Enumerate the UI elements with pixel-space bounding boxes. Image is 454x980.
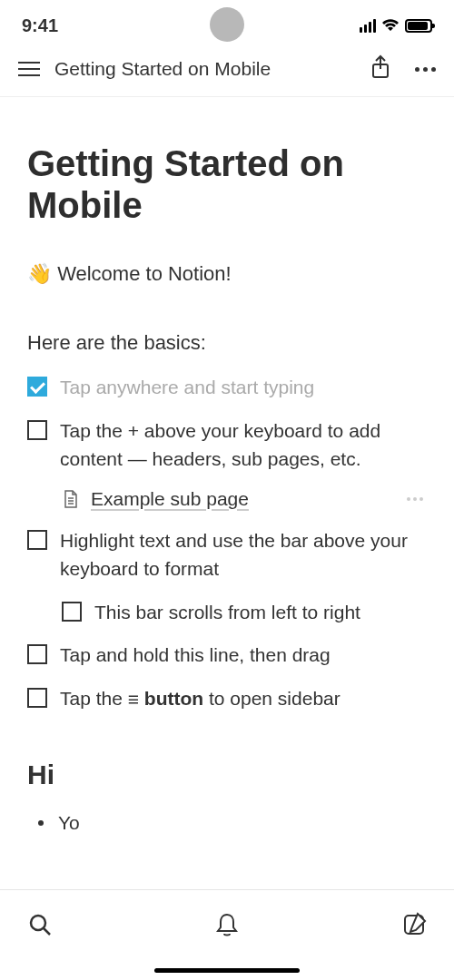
home-indicator[interactable] — [154, 968, 300, 973]
todo-item-1[interactable]: Tap anywhere and start typing — [27, 373, 427, 402]
checkbox-checked[interactable] — [27, 377, 47, 397]
cellular-signal-icon — [360, 19, 376, 33]
wave-emoji: 👋 — [27, 262, 52, 285]
top-nav: Getting Started on Mobile — [0, 45, 454, 97]
recording-indicator — [210, 7, 244, 42]
search-button[interactable] — [27, 912, 53, 941]
checkbox[interactable] — [27, 688, 47, 708]
page-icon — [62, 489, 80, 509]
heading-hi[interactable]: Hi — [27, 760, 427, 790]
menu-button[interactable] — [18, 62, 40, 76]
subpage-more-button[interactable] — [407, 497, 427, 501]
page-content: Getting Started on Mobile 👋 Welcome to N… — [0, 97, 454, 852]
welcome-line[interactable]: 👋 Welcome to Notion! — [27, 262, 427, 286]
todo-text: Tap the + above your keyboard to add con… — [60, 416, 427, 474]
bullet-item[interactable]: Yo — [27, 812, 427, 834]
subpage-link[interactable]: Example sub page — [91, 488, 396, 510]
more-options-button[interactable] — [406, 67, 436, 72]
page-title[interactable]: Getting Started on Mobile — [27, 142, 427, 226]
checkbox[interactable] — [27, 420, 47, 440]
status-right — [360, 19, 432, 33]
todo-item-5[interactable]: Tap the ≡ button to open sidebar — [27, 684, 427, 714]
compose-button[interactable] — [401, 912, 427, 941]
basics-intro[interactable]: Here are the basics: — [27, 331, 427, 355]
checkbox[interactable] — [27, 530, 47, 550]
checkbox[interactable] — [27, 644, 47, 664]
status-bar: 9:41 — [0, 0, 454, 45]
wifi-icon — [381, 19, 400, 33]
share-button[interactable] — [370, 54, 391, 83]
bottom-toolbar — [0, 889, 454, 980]
svg-line-5 — [44, 928, 50, 935]
todo-text: Highlight text and use the bar above you… — [60, 526, 427, 583]
todo-text: Tap and hold this line, then drag — [60, 641, 331, 670]
welcome-text: Welcome to Notion! — [57, 262, 232, 285]
bullet-text: Yo — [58, 812, 80, 834]
breadcrumb[interactable]: Getting Started on Mobile — [54, 58, 355, 80]
todo-text: Tap anywhere and start typing — [60, 373, 314, 402]
subpage-row[interactable]: Example sub page — [27, 488, 427, 510]
todo-text: Tap the ≡ button to open sidebar — [60, 684, 340, 714]
todo-item-4[interactable]: Tap and hold this line, then drag — [27, 641, 427, 670]
todo-item-3a[interactable]: This bar scrolls from left to right — [27, 598, 427, 627]
status-time: 9:41 — [22, 15, 58, 36]
todo-item-3[interactable]: Highlight text and use the bar above you… — [27, 526, 427, 583]
todo-item-2[interactable]: Tap the + above your keyboard to add con… — [27, 416, 427, 474]
svg-point-4 — [31, 916, 45, 930]
notifications-button[interactable] — [214, 911, 240, 942]
hamburger-glyph: ≡ — [128, 685, 139, 714]
checkbox[interactable] — [62, 602, 82, 622]
bullet-dot-icon — [38, 820, 44, 826]
todo-text: This bar scrolls from left to right — [94, 598, 360, 627]
battery-icon — [405, 19, 432, 33]
